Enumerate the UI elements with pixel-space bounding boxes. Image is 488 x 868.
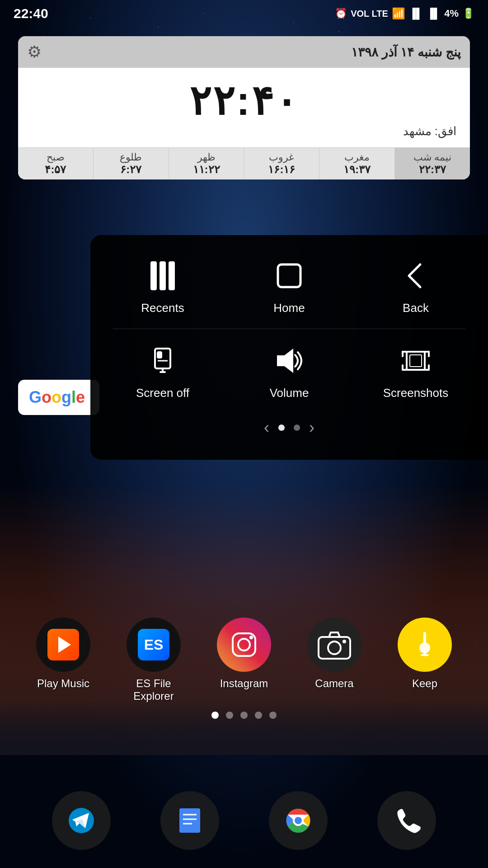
nav-overlay: Recents Home Back	[90, 235, 488, 460]
home-icon	[271, 258, 307, 294]
es-file-icon: ES	[127, 618, 181, 672]
instagram-icon	[217, 618, 271, 672]
prayer-time-value: ۱۱:۲۲	[171, 163, 242, 176]
svg-rect-19	[410, 355, 422, 367]
screen-off-icon	[145, 343, 181, 379]
pagination-dot-1	[278, 425, 285, 431]
battery-indicator: 4%	[444, 8, 459, 19]
google-logo: Google	[29, 388, 85, 407]
prayer-times-row: نیمه شب ۲۲:۳۷ مغرب ۱۹:۳۷ غروب ۱۶:۱۶ ظهر …	[18, 147, 470, 179]
recents-icon	[145, 258, 181, 294]
page-dot-4	[255, 712, 262, 719]
status-bar: 22:40 ⏰ VOL LTE 📶 ▐▌ ▐▌ 4% 🔋	[0, 0, 488, 27]
nav-row-1: Recents Home Back	[99, 249, 479, 324]
svg-rect-2	[169, 262, 174, 289]
back-label: Back	[403, 301, 429, 315]
prayer-time-value: ۴:۵۷	[20, 163, 91, 176]
prayer-widget: ⚙ پنج شنبه ۱۴ آذر ۱۳۹۸ ۲۲:۴۰ افق: مشهد ن…	[18, 36, 470, 179]
prayer-time-cell: صبح ۴:۵۷	[18, 148, 93, 179]
play-music-label: Play Music	[37, 677, 89, 690]
volume-label: Volume	[270, 386, 309, 400]
page-dot-3	[240, 712, 248, 719]
prayer-time-value: ۶:۲۷	[95, 163, 167, 176]
nav-prev-arrow[interactable]: ‹	[264, 418, 269, 437]
page-dot-1	[211, 712, 219, 719]
camera-icon	[307, 618, 361, 672]
prayer-name: طلوع	[95, 151, 167, 163]
prayer-name: ظهر	[171, 151, 242, 163]
svg-rect-30	[179, 808, 200, 833]
signal1-icon: ▐▌	[409, 8, 423, 19]
screenshots-icon	[398, 343, 434, 379]
screen-off-label: Screen off	[136, 386, 189, 400]
page-dots	[0, 712, 488, 719]
google-search-bar[interactable]: Google	[18, 380, 99, 415]
prayer-name: نیمه شب	[397, 151, 468, 163]
prayer-time-value: ۱۶:۱۶	[246, 163, 318, 176]
screen-off-button[interactable]: Screen off	[127, 343, 199, 400]
prayer-settings-icon[interactable]: ⚙	[27, 42, 42, 61]
app-keep[interactable]: Keep	[398, 618, 452, 703]
prayer-name: غروب	[246, 151, 318, 163]
play-music-icon	[36, 618, 90, 672]
svg-point-22	[249, 636, 253, 639]
memo-icon[interactable]	[160, 791, 219, 850]
app-es-file[interactable]: ES ES FileExplorer	[127, 618, 181, 703]
svg-rect-5	[158, 352, 161, 358]
nav-next-arrow[interactable]: ›	[309, 418, 314, 437]
keep-icon	[398, 618, 452, 672]
prayer-time-cell: مغرب ۱۹:۳۷	[319, 148, 394, 179]
keep-label: Keep	[412, 677, 437, 690]
volume-icon	[271, 343, 307, 379]
chrome-icon[interactable]	[269, 791, 328, 850]
svg-point-25	[343, 640, 346, 643]
app-row: Play Music ES ES FileExplorer Instagram	[0, 618, 488, 703]
signal2-icon: ▐▌	[427, 8, 441, 19]
back-button[interactable]: Back	[380, 258, 452, 315]
es-file-label: ES FileExplorer	[133, 677, 174, 703]
camera-label: Camera	[315, 677, 353, 690]
nav-pagination: ‹ ›	[99, 409, 479, 442]
lte-icon: VOL LTE	[351, 9, 388, 19]
volume-button[interactable]: Volume	[253, 343, 325, 400]
prayer-clock-time: ۲۲:۴۰	[27, 77, 461, 124]
screenshots-button[interactable]: Screenshots	[380, 343, 452, 400]
svg-rect-0	[151, 262, 156, 289]
app-play-music[interactable]: Play Music	[36, 618, 90, 703]
recents-button[interactable]: Recents	[127, 258, 199, 315]
prayer-time-cell: ظهر ۱۱:۲۲	[169, 148, 244, 179]
phone-icon[interactable]	[377, 791, 436, 850]
prayer-date: پنج شنبه ۱۴ آذر ۱۳۹۸	[351, 45, 461, 60]
prayer-clock: ۲۲:۴۰ افق: مشهد	[18, 68, 470, 147]
home-button[interactable]: Home	[253, 258, 325, 315]
svg-rect-1	[160, 262, 165, 289]
nav-divider	[113, 329, 465, 329]
prayer-location: افق: مشهد	[27, 124, 461, 138]
app-instagram[interactable]: Instagram	[217, 618, 271, 703]
home-label: Home	[273, 301, 305, 315]
svg-point-36	[295, 817, 302, 824]
app-dock: Play Music ES ES FileExplorer Instagram	[0, 618, 488, 728]
svg-point-21	[238, 639, 250, 651]
recents-label: Recents	[141, 301, 184, 315]
app-camera[interactable]: Camera	[307, 618, 361, 703]
status-time: 22:40	[14, 6, 48, 21]
prayer-name: مغرب	[321, 151, 393, 163]
page-dot-5	[269, 712, 277, 719]
nav-row-2: Screen off Volume	[99, 334, 479, 409]
page-dot-2	[226, 712, 233, 719]
prayer-time-cell: غروب ۱۶:۱۶	[244, 148, 319, 179]
back-icon	[398, 258, 434, 294]
instagram-label: Instagram	[220, 677, 268, 690]
prayer-time-value: ۲۲:۳۷	[397, 163, 468, 176]
prayer-time-cell: نیمه شب ۲۲:۳۷	[394, 148, 470, 179]
prayer-time-cell: طلوع ۶:۲۷	[93, 148, 169, 179]
status-icons: ⏰ VOL LTE 📶 ▐▌ ▐▌ 4% 🔋	[335, 7, 474, 20]
telegram-icon[interactable]	[52, 791, 111, 850]
prayer-name: صبح	[20, 151, 91, 163]
pagination-dot-2	[294, 425, 300, 431]
svg-rect-3	[278, 264, 300, 287]
prayer-time-value: ۱۹:۳۷	[321, 163, 393, 176]
bottom-dock	[0, 791, 488, 850]
alarm-icon: ⏰	[335, 8, 347, 19]
